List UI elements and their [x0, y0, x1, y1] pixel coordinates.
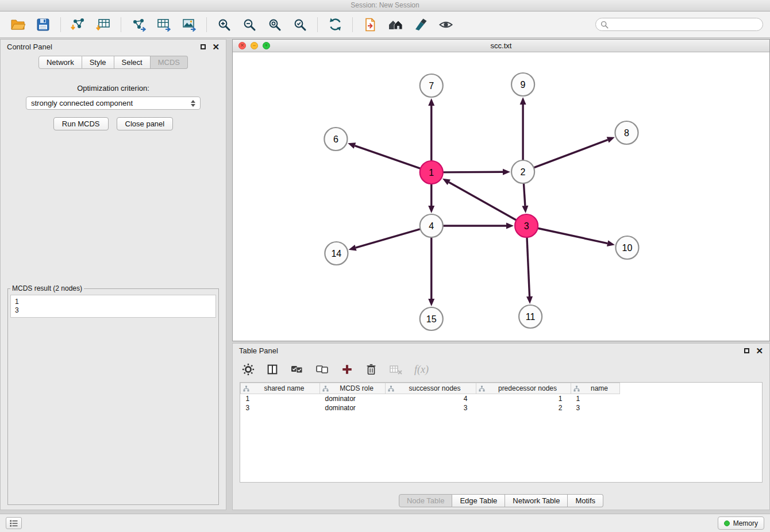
zoom-in-icon — [217, 18, 231, 32]
paintbrush-icon — [413, 17, 428, 32]
maximize-window-icon[interactable]: + — [263, 42, 270, 49]
toggle-visibility-button[interactable] — [434, 14, 458, 36]
run-mcds-button[interactable]: Run MCDS — [53, 117, 109, 130]
column-header-shared-name[interactable]: shared name — [241, 383, 320, 394]
show-columns-button[interactable] — [266, 363, 279, 376]
memory-button[interactable]: Memory — [718, 516, 764, 530]
table-toolbar: f(x) — [233, 358, 769, 381]
float-table-panel-icon[interactable] — [744, 348, 749, 353]
tab-node-table[interactable]: Node Table — [399, 494, 453, 507]
tab-select[interactable]: Select — [114, 56, 151, 69]
task-list-icon — [10, 520, 18, 527]
table-scroll-strip[interactable] — [240, 483, 763, 491]
minimize-window-icon[interactable]: − — [251, 42, 258, 49]
column-header-name[interactable]: name — [571, 383, 620, 394]
graph-edge-1-2[interactable] — [443, 172, 503, 172]
table-row[interactable]: 1dominator411 — [241, 394, 620, 403]
table-cell[interactable]: 3 — [241, 403, 320, 413]
table-cell[interactable]: 4 — [386, 394, 476, 403]
zoom-selected-button[interactable] — [288, 14, 312, 36]
save-session-button[interactable] — [31, 14, 55, 36]
network-window: ✕ − + scc.txt 7968124314101511 — [232, 39, 770, 341]
table-cell[interactable]: 1 — [571, 394, 620, 403]
zoom-out-button[interactable] — [237, 14, 261, 36]
close-panel-icon[interactable]: ✕ — [212, 43, 220, 51]
control-panel-header: Control Panel ✕ — [1, 40, 226, 54]
toolbar-search[interactable] — [595, 18, 763, 31]
graph-edge-3-11[interactable] — [527, 237, 530, 296]
mcds-result-line: 3 — [15, 306, 211, 315]
graph-edge-1-6[interactable] — [355, 146, 420, 169]
clipboard-import-button[interactable] — [358, 14, 382, 36]
apply-layout-button[interactable] — [323, 14, 347, 36]
table-settings-button[interactable] — [242, 363, 255, 376]
tab-style[interactable]: Style — [82, 56, 114, 69]
right-column: ✕ − + scc.txt 7968124314101511 Table Pan… — [232, 39, 770, 510]
task-history-button[interactable] — [6, 517, 22, 529]
control-panel: Control Panel ✕ NetworkStyleSelectMCDS O… — [0, 39, 226, 510]
column-header-successor-nodes[interactable]: successor nodes — [386, 383, 476, 394]
columns-icon — [266, 363, 279, 376]
column-header-predecessor-nodes[interactable]: predecessor nodes — [476, 383, 571, 394]
delete-column-button[interactable] — [365, 363, 378, 376]
export-image-icon — [182, 17, 197, 32]
graph-edge-2-3[interactable] — [523, 183, 525, 206]
open-session-button[interactable] — [6, 14, 30, 36]
edge-arrowhead-icon — [607, 240, 615, 246]
home-button[interactable] — [383, 14, 407, 36]
deselect-all-columns-button[interactable] — [315, 363, 329, 376]
mcds-result-title: MCDS result (2 nodes) — [10, 284, 84, 292]
edge-arrowhead-icon — [503, 169, 510, 175]
node-table[interactable]: shared nameMCDS rolesuccessor nodesprede… — [240, 383, 620, 413]
graph-node-label: 1 — [429, 168, 434, 178]
graph-node-label: 6 — [333, 134, 338, 144]
mcds-result-list[interactable]: 13 — [10, 295, 216, 318]
float-panel-icon[interactable] — [201, 44, 206, 49]
table-cell[interactable]: 2 — [476, 403, 571, 413]
tab-mcds[interactable]: MCDS — [151, 56, 188, 69]
graph-edge-3-10[interactable] — [538, 228, 608, 243]
export-image-button[interactable] — [177, 14, 201, 36]
table-tabs: Node TableEdge TableNetwork TableMotifs — [233, 491, 769, 510]
delete-table-button[interactable] — [389, 363, 403, 376]
export-table-button[interactable] — [152, 14, 176, 36]
style-paint-button[interactable] — [409, 14, 433, 36]
close-window-icon[interactable]: ✕ — [238, 42, 246, 49]
graph-edge-2-8[interactable] — [534, 140, 608, 168]
optimization-criterion-label: Optimization criterion: — [7, 84, 219, 92]
import-table-file-button[interactable] — [91, 14, 116, 36]
graph-node-label: 9 — [521, 80, 526, 90]
export-network-button[interactable] — [126, 14, 151, 36]
graph-edge-3-1[interactable] — [449, 182, 516, 220]
table-cell[interactable]: 3 — [386, 403, 476, 413]
function-builder-button[interactable]: f(x) — [414, 364, 429, 376]
edge-arrowhead-icon — [349, 245, 357, 251]
criterion-select[interactable]: strongly connected component — [26, 97, 201, 110]
select-all-columns-button[interactable] — [290, 363, 304, 376]
search-input[interactable] — [611, 21, 758, 29]
create-column-button[interactable] — [341, 363, 353, 376]
close-panel-button[interactable]: Close panel — [117, 117, 174, 130]
zoom-in-button[interactable] — [212, 14, 236, 36]
table-cell[interactable]: dominator — [320, 403, 386, 413]
graph-node-label: 14 — [331, 249, 341, 259]
table-cell[interactable]: dominator — [320, 394, 386, 403]
tab-network-table[interactable]: Network Table — [505, 494, 568, 507]
table-cell[interactable]: 3 — [571, 403, 620, 413]
control-panel-title: Control Panel — [7, 43, 52, 51]
close-table-panel-icon[interactable]: ✕ — [756, 346, 763, 355]
tab-edge-table[interactable]: Edge Table — [452, 494, 505, 507]
table-cell[interactable]: 1 — [476, 394, 571, 403]
table-row[interactable]: 3dominator323 — [241, 403, 620, 413]
column-header-MCDS-role[interactable]: MCDS role — [320, 383, 386, 394]
network-canvas[interactable]: 7968124314101511 — [233, 52, 769, 341]
criterion-selected-value: strongly connected component — [31, 99, 133, 107]
table-panel-header: Table Panel ✕ — [233, 344, 769, 358]
zoom-fit-button[interactable] — [263, 14, 287, 36]
tab-motifs[interactable]: Motifs — [568, 494, 603, 507]
tab-network[interactable]: Network — [38, 56, 82, 69]
graph-node-label: 4 — [429, 221, 434, 231]
table-cell[interactable]: 1 — [241, 394, 320, 403]
import-network-file-button[interactable] — [66, 14, 90, 36]
graph-edge-4-14[interactable] — [356, 229, 420, 248]
